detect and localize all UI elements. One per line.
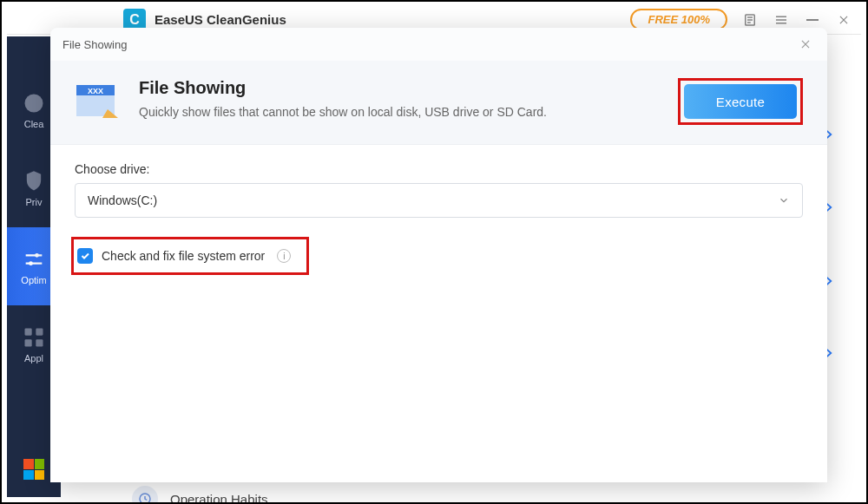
sidebar-item-label: Clea [24, 119, 44, 129]
svg-rect-7 [36, 339, 43, 346]
windows-logo-icon[interactable] [23, 459, 44, 480]
svg-point-2 [35, 253, 39, 258]
close-icon [799, 38, 812, 50]
sliders-icon [22, 247, 46, 272]
execute-button[interactable]: Execute [684, 84, 797, 119]
svg-text:XXX: XXX [88, 87, 103, 95]
execute-highlight: Execute [678, 78, 803, 125]
dialog-body: Choose drive: Windows(C:) Check and fix … [50, 145, 827, 482]
file-showing-icon: XXX [75, 80, 122, 121]
note-icon[interactable] [741, 11, 759, 29]
svg-point-3 [29, 261, 33, 265]
dialog-window-title: File Showing [62, 38, 127, 51]
clock-icon [132, 486, 158, 504]
check-fix-highlight: Check and fix file system error i [71, 237, 309, 275]
check-fix-label: Check and fix file system error [102, 249, 265, 263]
drive-selected-value: Windows(C:) [88, 193, 157, 207]
check-fix-checkbox[interactable] [77, 248, 93, 264]
drive-select[interactable]: Windows(C:) [75, 183, 803, 218]
app-title: EaseUS CleanGenius [155, 12, 286, 27]
file-showing-dialog: File Showing XXX File Showing Quickly sh… [50, 28, 827, 482]
dialog-header: XXX File Showing Quickly show files that… [50, 61, 827, 145]
sidebar-item-label: Optim [21, 275, 46, 285]
menu-icon[interactable] [773, 11, 790, 29]
info-icon[interactable]: i [277, 249, 291, 263]
sidebar-item-label: Priv [26, 197, 43, 207]
dialog-header-text: File Showing Quickly show files that can… [139, 78, 547, 119]
check-icon [80, 251, 90, 261]
svg-rect-5 [36, 329, 43, 336]
svg-point-1 [25, 95, 43, 113]
apps-icon [22, 325, 46, 350]
dashboard-icon [22, 91, 46, 115]
sidebar-item-label: Appl [24, 353, 43, 363]
minimize-icon[interactable] [804, 11, 821, 29]
bg-operation-habits[interactable]: Operation Habits [132, 486, 268, 504]
svg-rect-4 [25, 329, 32, 336]
dialog-title-bar: File Showing [50, 28, 827, 61]
svg-rect-6 [25, 339, 32, 346]
dialog-close-button[interactable] [787, 28, 824, 61]
choose-drive-label: Choose drive: [75, 162, 803, 176]
dialog-subtitle: Quickly show files that cannot be show o… [139, 105, 547, 119]
dialog-title: File Showing [139, 78, 547, 98]
app-close-icon[interactable] [835, 11, 852, 29]
bg-row-label: Operation Habits [170, 492, 268, 505]
chevron-down-icon [778, 194, 790, 206]
shield-icon [22, 169, 46, 193]
